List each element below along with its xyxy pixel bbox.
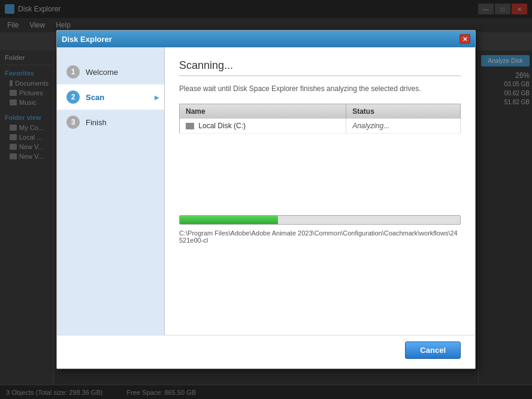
progress-bar: [180, 216, 278, 224]
progress-container: [179, 215, 461, 225]
modal-title: Disk Explorer: [62, 35, 460, 44]
scan-results-table: Name Status Local Disk (C:) Analyzing...: [179, 104, 461, 134]
step-number-3: 3: [66, 116, 80, 129]
content-title: Scanning...: [179, 59, 461, 72]
drive-name-cell: Local Disk (C:): [180, 119, 346, 134]
step-number-1: 1: [66, 65, 80, 78]
table-row: Local Disk (C:) Analyzing...: [180, 119, 461, 134]
nav-step-welcome[interactable]: 1 Welcome: [57, 59, 164, 84]
modal-nav: 1 Welcome 2 Scan 3 Finish: [57, 47, 165, 335]
table-empty-space: [179, 143, 461, 215]
modal-footer: Cancel: [57, 335, 475, 368]
step-label-3: Finish: [86, 118, 107, 127]
step-label-1: Welcome: [86, 68, 118, 77]
modal-titlebar: Disk Explorer ✕: [57, 31, 475, 47]
step-number-2: 2: [66, 90, 80, 104]
scan-modal: Disk Explorer ✕ 1 Welcome 2 Scan 3 Finis…: [56, 30, 476, 369]
col-name: Name: [180, 104, 346, 119]
content-divider: [179, 75, 461, 76]
status-analyzing: Analyzing...: [352, 122, 389, 130]
drive-name: Local Disk (C:): [198, 122, 246, 130]
content-description: Please wait until Disk Space Explorer fi…: [179, 83, 461, 94]
drive-icon: [186, 123, 194, 129]
progress-path: C:\Program Files\Adobe\Adobe Animate 202…: [179, 229, 461, 244]
step-label-2: Scan: [86, 93, 104, 102]
nav-step-scan[interactable]: 2 Scan: [57, 84, 164, 110]
drive-status-cell: Analyzing...: [346, 119, 461, 134]
modal-overlay: Disk Explorer ✕ 1 Welcome 2 Scan 3 Finis…: [0, 0, 532, 399]
modal-close-button[interactable]: ✕: [460, 34, 470, 44]
modal-body: 1 Welcome 2 Scan 3 Finish Scanning... Pl…: [57, 47, 475, 335]
nav-step-finish[interactable]: 3 Finish: [57, 110, 164, 135]
col-status: Status: [346, 104, 461, 119]
cancel-button[interactable]: Cancel: [405, 341, 461, 359]
modal-content: Scanning... Please wait until Disk Space…: [165, 47, 475, 335]
